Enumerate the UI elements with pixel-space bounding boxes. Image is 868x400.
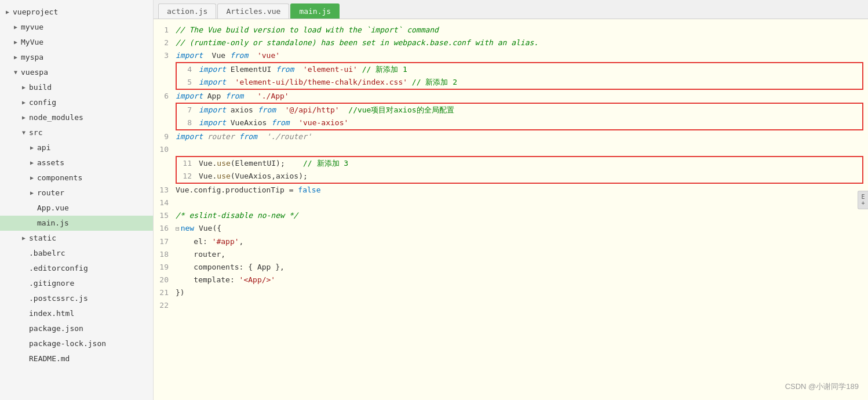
editor-area: action.jsArticles.vuemain.js 1 // The Vu…: [154, 0, 868, 400]
tree-label-App.vue: App.vue: [36, 202, 69, 214]
sidebar-item-App.vue[interactable]: App.vue: [0, 201, 153, 216]
sidebar-item-package.json[interactable]: package.json: [0, 321, 153, 336]
code-line-16: 16 ⊟new Vue({: [154, 222, 868, 235]
code-line-5: 5 import 'element-ui/lib/theme-chalk/ind…: [177, 76, 862, 89]
tree-label-.babelrc: .babelrc: [28, 247, 65, 260]
tree-arrow-myspa: ▶: [12, 51, 20, 64]
tree-arrow-router: ▶: [28, 187, 36, 199]
code-line-4: 4 import ElementUI from 'element-ui' // …: [177, 63, 862, 76]
tree-arrow-config: ▶: [20, 96, 28, 109]
code-line-8: 8 import VueAxios from 'vue-axios': [177, 117, 862, 129]
code-line-22: 22: [154, 299, 868, 312]
sidebar-item-MyVue[interactable]: ▶MyVue: [0, 35, 153, 50]
tree-arrow-vuespa: ▼: [12, 66, 20, 79]
tree-label-myspa: myspa: [20, 51, 43, 64]
sidebar-item-.babelrc[interactable]: .babelrc: [0, 246, 153, 261]
tree-label-package-lock.json: package-lock.json: [28, 337, 106, 350]
tree-arrow-MyVue: ▶: [12, 36, 20, 49]
sidebar-item-myspa[interactable]: ▶myspa: [0, 50, 153, 65]
code-line-19: 19 components: { App },: [154, 261, 868, 274]
tree-label-package.json: package.json: [28, 322, 83, 335]
tree-arrow-myvue: ▶: [12, 21, 20, 34]
tree-arrow-vueproject: ▶: [3, 6, 12, 19]
code-line-2: 2 // (runtime-only or standalone) has be…: [154, 37, 868, 49]
tree-label-router: router: [36, 187, 64, 199]
code-line-9: 9 import router from './router': [154, 130, 868, 143]
sidebar-item-static[interactable]: ▶static: [0, 231, 153, 246]
sidebar-item-router[interactable]: ▶router: [0, 186, 153, 201]
code-line-14: 14: [154, 197, 868, 209]
tree-arrow-src: ▼: [20, 126, 28, 139]
code-line-10: 10: [154, 143, 868, 156]
tab-bar: action.jsArticles.vuemain.js: [154, 0, 868, 19]
code-line-17: 17 el: '#app',: [154, 235, 868, 248]
code-line-18: 18 router,: [154, 248, 868, 261]
tree-label-index.html: index.html: [28, 307, 74, 320]
code-line-7: 7 import axios from '@/api/http' //vue项目…: [177, 104, 862, 117]
sidebar-item-vuespa[interactable]: ▼vuespa: [0, 65, 153, 80]
sidebar-item-components[interactable]: ▶components: [0, 170, 153, 186]
code-line-3: 3 import Vue from 'vue': [154, 49, 868, 62]
tree-label-README.md: README.md: [28, 352, 70, 365]
sidebar-item-index.html[interactable]: index.html: [0, 306, 153, 321]
tree-label-build: build: [28, 81, 52, 94]
code-line-15: 15 /* eslint-disable no-new */: [154, 209, 868, 222]
code-line-12: 12 Vue.use(VueAxios,axios);: [177, 170, 862, 183]
tree-arrow-static: ▶: [20, 232, 28, 245]
tree-arrow-components: ▶: [28, 172, 36, 184]
code-line-6: 6 import App from './App': [154, 90, 868, 103]
tree-label-vuespa: vuespa: [20, 66, 48, 79]
code-area[interactable]: 1 // The Vue build version to load with …: [154, 19, 868, 400]
tree-label-components: components: [36, 172, 82, 184]
file-explorer: ▶vueproject▶myvue▶MyVue▶myspa▼vuespa▶bui…: [0, 0, 154, 400]
sidebar-item-.gitignore[interactable]: .gitignore: [0, 276, 153, 291]
tree-label-main.js: main.js: [36, 217, 69, 230]
tree-label-myvue: myvue: [20, 21, 43, 34]
sidebar-item-build[interactable]: ▶build: [0, 80, 153, 95]
code-line-11: 11 Vue.use(ElementUI); // 新添加 3: [177, 157, 862, 170]
sidebar-item-api[interactable]: ▶api: [0, 140, 153, 155]
sidebar-item-README.md[interactable]: README.md: [0, 351, 153, 366]
sidebar-item-myvue[interactable]: ▶myvue: [0, 20, 153, 35]
sidebar-item-main.js[interactable]: main.js: [0, 216, 153, 231]
watermark: CSDN @小谢同学189: [785, 381, 859, 392]
sidebar-item-node_modules[interactable]: ▶node_modules: [0, 110, 153, 125]
tree-label-config: config: [28, 96, 56, 109]
tree-label-assets: assets: [36, 157, 64, 169]
code-line-13: 13 Vue.config.productionTip = false: [154, 184, 868, 197]
tree-arrow-assets: ▶: [28, 157, 36, 169]
right-panel-hint[interactable]: E+: [858, 191, 868, 209]
tree-label-.editorconfig: .editorconfig: [28, 262, 88, 275]
tree-label-src: src: [28, 126, 42, 139]
tab-main-js[interactable]: main.js: [290, 3, 340, 19]
tab-action-js[interactable]: action.js: [158, 3, 216, 19]
sidebar-item-.editorconfig[interactable]: .editorconfig: [0, 261, 153, 276]
tree-label-node_modules: node_modules: [28, 111, 83, 124]
sidebar-item-vueproject[interactable]: ▶vueproject: [0, 5, 153, 20]
tree-label-.postcssrc.js: .postcssrc.js: [28, 292, 88, 305]
sidebar-item-config[interactable]: ▶config: [0, 95, 153, 110]
tree-arrow-api: ▶: [28, 141, 36, 154]
sidebar-item-package-lock.json[interactable]: package-lock.json: [0, 336, 153, 351]
code-line-20: 20 template: '<App/>': [154, 274, 868, 286]
tree-label-.gitignore: .gitignore: [28, 277, 74, 290]
tree-label-api: api: [36, 141, 50, 154]
tree-label-MyVue: MyVue: [20, 36, 43, 49]
sidebar-item-assets[interactable]: ▶assets: [0, 155, 153, 170]
tree-label-static: static: [28, 232, 56, 245]
tab-articles-vue[interactable]: Articles.vue: [217, 3, 289, 19]
tree-label-vueproject: vueproject: [12, 6, 58, 19]
code-line-21: 21 }): [154, 286, 868, 299]
sidebar-item-src[interactable]: ▼src: [0, 125, 153, 140]
tree-arrow-node_modules: ▶: [20, 111, 28, 124]
code-line-1: 1 // The Vue build version to load with …: [154, 24, 868, 37]
sidebar-item-.postcssrc.js[interactable]: .postcssrc.js: [0, 291, 153, 306]
tree-arrow-build: ▶: [20, 81, 28, 94]
